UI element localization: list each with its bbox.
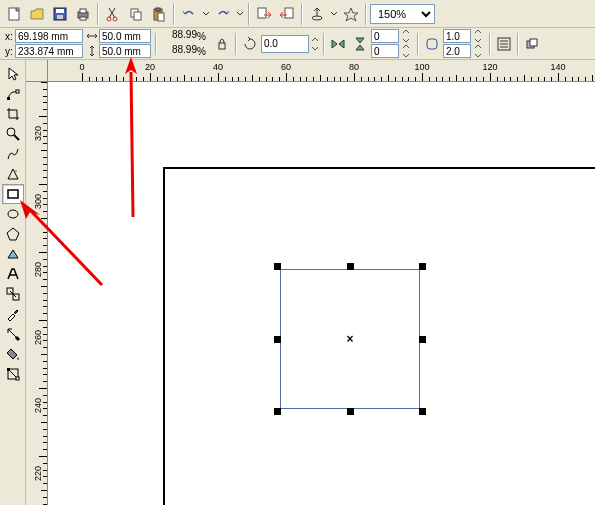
spin2-input[interactable] [443, 44, 471, 58]
extra-block [443, 29, 485, 58]
separator [489, 33, 491, 55]
ruler-tick [225, 77, 226, 81]
interactive-blend-tool[interactable] [2, 284, 24, 304]
ruler-tick [245, 77, 246, 81]
percent-sign: % [197, 46, 209, 57]
app-launcher-button[interactable] [306, 3, 328, 25]
resize-handle-e[interactable] [419, 336, 426, 343]
app-dropdown[interactable] [329, 3, 339, 25]
smart-draw-tool[interactable] [2, 164, 24, 184]
svg-rect-12 [156, 8, 160, 11]
copy-button[interactable] [125, 3, 147, 25]
ruler-tick [232, 77, 233, 81]
ruler-tick [43, 198, 47, 199]
new-button[interactable] [3, 3, 25, 25]
spinner-icon[interactable] [399, 44, 413, 58]
height-icon [85, 44, 99, 58]
ruler-tick [96, 77, 97, 81]
import-button[interactable] [253, 3, 275, 25]
ruler-label: 320 [33, 126, 43, 141]
ruler-tick [184, 75, 185, 81]
ruler-tick [43, 347, 47, 348]
rectangle-tool[interactable] [2, 184, 24, 204]
save-button[interactable] [49, 3, 71, 25]
resize-handle-ne[interactable] [419, 263, 426, 270]
resize-handle-se[interactable] [419, 408, 426, 415]
fill-tool[interactable] [2, 344, 24, 364]
paste-button[interactable] [148, 3, 170, 25]
open-button[interactable] [26, 3, 48, 25]
pick-tool[interactable] [2, 64, 24, 84]
resize-handle-w[interactable] [274, 336, 281, 343]
zoom-select[interactable]: 150% [370, 4, 435, 24]
crop-tool[interactable] [2, 104, 24, 124]
text-tool[interactable] [2, 264, 24, 284]
to-front-button[interactable] [521, 33, 543, 55]
svg-rect-17 [219, 43, 225, 49]
spin1-input[interactable] [443, 29, 471, 43]
undo-button[interactable] [178, 3, 200, 25]
basic-shapes-tool[interactable] [2, 244, 24, 264]
resize-handle-s[interactable] [347, 408, 354, 415]
eyedropper-tool[interactable] [2, 304, 24, 324]
undo-dropdown[interactable] [201, 3, 211, 25]
ruler-tick [300, 77, 301, 81]
freehand-tool[interactable] [2, 144, 24, 164]
ruler-tick [39, 184, 47, 185]
resize-handle-nw[interactable] [274, 263, 281, 270]
resize-handle-n[interactable] [347, 263, 354, 270]
rotation-spinner[interactable] [309, 33, 321, 55]
x-position-input[interactable] [15, 29, 83, 43]
ruler-tick [43, 368, 47, 369]
round-corner-button[interactable] [421, 33, 443, 55]
vertical-ruler[interactable]: 180200220240260280300320 [26, 82, 48, 505]
ruler-tick [150, 73, 151, 81]
redo-dropdown[interactable] [235, 3, 245, 25]
ruler-tick [422, 73, 423, 81]
ruler-tick [442, 77, 443, 81]
ruler-tick [43, 293, 47, 294]
svg-rect-14 [258, 8, 266, 18]
svg-point-25 [15, 170, 17, 172]
export-button[interactable] [276, 3, 298, 25]
ruler-tick [41, 354, 47, 355]
wrap-text-button[interactable] [493, 33, 515, 55]
ruler-tick [279, 77, 280, 81]
separator [235, 33, 237, 55]
drawing-canvas[interactable]: × [48, 82, 595, 505]
mirror-v-button[interactable] [349, 33, 371, 55]
resize-handle-sw[interactable] [274, 408, 281, 415]
corner-a-input[interactable] [371, 29, 399, 43]
ruler-tick [102, 77, 103, 81]
rotation-input[interactable] [261, 35, 309, 53]
spinner-icon[interactable] [399, 29, 413, 43]
ruler-tick [259, 77, 260, 81]
ruler-tick [136, 77, 137, 81]
lock-ratio-button[interactable] [211, 33, 233, 55]
shape-tool[interactable] [2, 84, 24, 104]
ruler-tick [565, 77, 566, 81]
ruler-tick [43, 259, 47, 260]
spinner-icon[interactable] [471, 44, 485, 58]
spinner-icon[interactable] [471, 29, 485, 43]
width-input[interactable] [99, 29, 151, 43]
mirror-h-button[interactable] [327, 33, 349, 55]
horizontal-ruler[interactable]: 020406080100120140160 [48, 60, 595, 82]
outline-tool[interactable] [2, 324, 24, 344]
interactive-fill-tool[interactable] [2, 364, 24, 384]
ruler-tick [43, 313, 47, 314]
cut-button[interactable] [102, 3, 124, 25]
zoom-tool[interactable] [2, 124, 24, 144]
svg-rect-2 [56, 9, 64, 13]
print-button[interactable] [72, 3, 94, 25]
polygon-tool[interactable] [2, 224, 24, 244]
y-position-input[interactable] [15, 44, 83, 58]
corner-b-input[interactable] [371, 44, 399, 58]
rotation-icon [239, 33, 261, 55]
ellipse-tool[interactable] [2, 204, 24, 224]
redo-button[interactable] [212, 3, 234, 25]
welcome-button[interactable] [340, 3, 362, 25]
height-input[interactable] [99, 44, 151, 58]
main-area: 020406080100120140160 180200220240260280… [0, 60, 595, 505]
ruler-tick [43, 463, 47, 464]
